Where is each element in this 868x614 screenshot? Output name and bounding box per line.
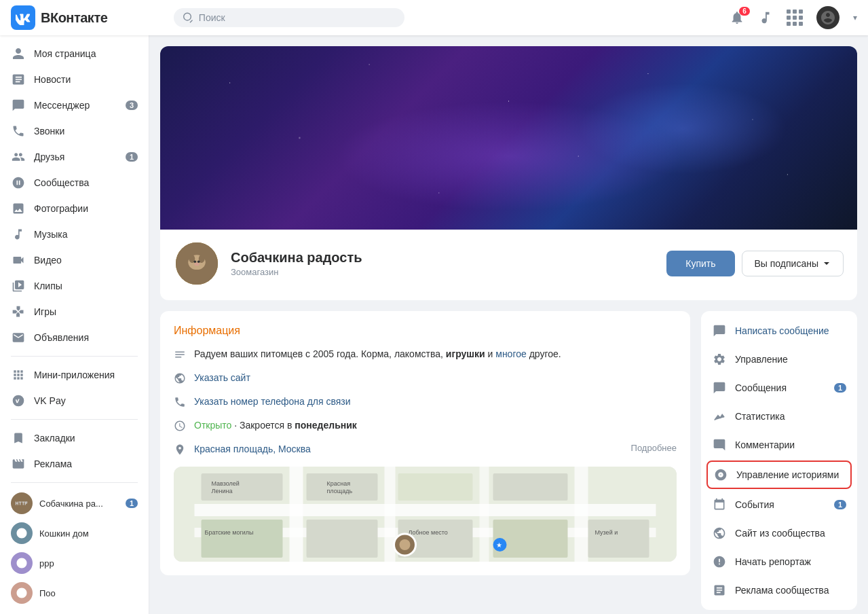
camera-icon (713, 467, 728, 482)
events-item[interactable]: События 1 (701, 490, 857, 519)
comments-item[interactable]: Комментарии (701, 431, 857, 459)
stories-item[interactable]: Управление историями (706, 460, 852, 489)
ppp-avatar (11, 552, 33, 574)
sidebar-group-koshkin[interactable]: Кошкин дом (0, 518, 149, 548)
events-badge: 1 (834, 500, 846, 509)
schedule-row: Открыто · Закроется в понедельник (174, 419, 677, 433)
sidebar-item-classifieds[interactable]: Объявления (0, 325, 149, 350)
svg-rect-23 (588, 520, 649, 558)
sidebar-item-friends[interactable]: Друзья 1 (0, 144, 149, 170)
subscribed-button[interactable]: Вы подписаны (742, 251, 844, 276)
management-item[interactable]: Управление (701, 345, 857, 374)
messenger-badge: 3 (126, 101, 138, 110)
group-name: Собачкина радость (231, 250, 656, 266)
header-actions: 6 ▾ (730, 6, 857, 29)
svg-rect-13 (480, 467, 489, 562)
svg-text:★: ★ (496, 541, 502, 549)
vk-logo-text: ВКонтакте (41, 10, 107, 26)
phone-row[interactable]: Указать номер телефона для связи (174, 395, 677, 410)
logo-area: ВКонтакте (11, 5, 160, 30)
avatar-chevron[interactable]: ▾ (853, 13, 857, 22)
globe2-icon (712, 526, 727, 541)
sidebar-item-video[interactable]: Видео (0, 247, 149, 273)
search-icon (183, 12, 193, 23)
sidebar-item-news[interactable]: Новости (0, 67, 149, 92)
communities-icon (11, 175, 26, 190)
sidebar-item-label: Новости (34, 74, 138, 85)
svg-point-5 (193, 260, 196, 263)
sidebar-item-mini-apps[interactable]: Мини-приложения (0, 362, 149, 388)
report-item[interactable]: Начать репортаж (701, 547, 857, 576)
description-row: Радуем ваших питомцев с 2005 года. Корма… (174, 348, 677, 362)
sidebar-item-photos[interactable]: Фотографии (0, 196, 149, 221)
address-link[interactable]: Красная площадь, Москва (194, 444, 311, 454)
map-block: Мавзолей Ленина Красная площадь Братские… (174, 467, 677, 562)
ad-icon (11, 456, 26, 471)
sidebar-divider-1 (11, 356, 138, 357)
sidebar-group-name: Кошкин дом (39, 528, 138, 539)
sidebar-item-music[interactable]: Музыка (0, 221, 149, 247)
statistics-item[interactable]: Статистика (701, 402, 857, 431)
music-nav-icon (11, 227, 26, 242)
sidebar-item-communities[interactable]: Сообщества (0, 170, 149, 196)
search-input[interactable] (199, 12, 395, 23)
svg-text:Лобное место: Лобное место (409, 529, 448, 536)
svg-rect-20 (307, 520, 378, 558)
friends-badge: 1 (126, 152, 138, 162)
mini-apps-icon (11, 367, 26, 382)
svg-text:Мавзолей: Мавзолей (212, 480, 240, 487)
sidebar-group-poo[interactable]: Поо (0, 578, 149, 608)
user-avatar[interactable] (816, 6, 839, 29)
community-site-item[interactable]: Сайт из сообщества (701, 519, 857, 547)
sidebar-item-my-page[interactable]: Моя страница (0, 41, 149, 67)
sidebar-group-name: ррр (39, 558, 138, 568)
sidebar-divider-2 (11, 419, 138, 420)
friends-icon (11, 149, 26, 164)
vk-logo-icon[interactable] (11, 5, 35, 30)
sidebar-item-vk-pay[interactable]: VK Pay (0, 388, 149, 414)
svg-rect-14 (575, 467, 588, 562)
apps-grid-icon[interactable] (787, 10, 803, 26)
group-avatar (174, 240, 220, 287)
right-panel: Написать сообщение Управление (701, 311, 857, 610)
search-box[interactable] (174, 8, 404, 27)
notifications-icon[interactable]: 6 (730, 10, 744, 25)
header: ВКонтакте 6 (0, 0, 868, 35)
messages-item[interactable]: Сообщения 1 (701, 374, 857, 402)
phone-text[interactable]: Указать номер телефона для связи (194, 395, 351, 409)
sidebar-item-label: Друзья (34, 151, 117, 162)
website-row[interactable]: Указать сайт (174, 372, 677, 386)
sidebar-item-calls[interactable]: Звонки (0, 118, 149, 144)
group-info: Собачкина радость Зоомагазин (231, 250, 656, 277)
management-label: Управление (735, 354, 846, 365)
sidebar-item-label: Реклама (34, 458, 138, 469)
sidebar-group-sobachkina[interactable]: Собачкина ра... 1 (0, 488, 149, 518)
sidebar-item-label: VK Pay (34, 395, 138, 406)
search-area (174, 8, 404, 27)
ad-item[interactable]: Реклама сообщества (701, 576, 857, 604)
sidebar-group-ppp[interactable]: ррр (0, 548, 149, 578)
sidebar-item-advertising[interactable]: Реклама (0, 451, 149, 477)
report-icon (712, 554, 727, 569)
buy-button[interactable]: Купить (666, 251, 734, 276)
description-icon (174, 348, 187, 362)
layout: Моя страница Новости Мессенджер 3 Звонки (0, 0, 868, 614)
globe-icon (174, 372, 187, 386)
write-message-item[interactable]: Написать сообщение (701, 317, 857, 345)
group-cover (160, 46, 857, 230)
sidebar-item-clips[interactable]: Клипы (0, 273, 149, 299)
sidebar-item-messenger[interactable]: Мессенджер 3 (0, 92, 149, 118)
write-message-label: Написать сообщение (735, 325, 846, 336)
poo-avatar (11, 582, 33, 604)
music-icon[interactable] (758, 10, 773, 25)
sidebar-item-label: Закладки (34, 433, 138, 444)
sidebar-item-bookmarks[interactable]: Закладки (0, 425, 149, 451)
sidebar-item-label: Мини-приложения (34, 369, 138, 380)
more-link[interactable]: Подробнее (631, 443, 677, 453)
calendar-icon (712, 497, 727, 512)
sidebar-item-games[interactable]: Игры (0, 299, 149, 325)
svg-rect-22 (493, 520, 568, 558)
comments-label: Комментарии (735, 439, 846, 450)
sidebar-group-name: Поо (39, 588, 138, 598)
website-text[interactable]: Указать сайт (194, 372, 250, 385)
